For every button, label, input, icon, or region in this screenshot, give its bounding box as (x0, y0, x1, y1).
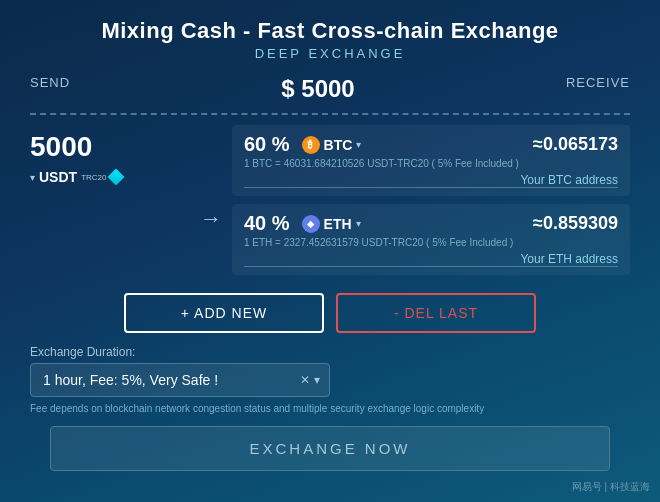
eth-address-label: Your ETH address (244, 252, 618, 266)
eth-amount: ≈0.859309 (533, 213, 618, 234)
watermark: 网易号 | 科技蓝海 (572, 480, 650, 494)
add-new-button[interactable]: + ADD NEW (124, 293, 324, 333)
del-last-button[interactable]: - DEL LAST (336, 293, 536, 333)
dropdown-arrow-send: ▾ (30, 172, 35, 183)
eth-dropdown[interactable]: ▾ (356, 218, 361, 229)
btc-dropdown[interactable]: ▾ (356, 139, 361, 150)
eth-rate: 1 ETH = 2327.452631579 USDT-TRC20 ( 5% F… (244, 237, 618, 248)
exchange-arrow: → (200, 206, 222, 232)
page-subtitle: DEEP EXCHANGE (255, 46, 406, 61)
eth-percentage: 40 % (244, 212, 290, 235)
btc-amount: ≈0.065173 (533, 134, 618, 155)
receive-label: RECEIVE (566, 75, 630, 105)
fee-notice: Fee depends on blockchain network conges… (30, 403, 590, 414)
send-token-diamond (108, 169, 125, 186)
duration-select[interactable]: 1 hour, Fee: 5%, Very Safe ! 30 min, Fee… (30, 363, 330, 397)
exchange-now-button[interactable]: EXCHANGE NOW (50, 426, 610, 471)
send-token-super: TRC20 (81, 173, 106, 182)
btc-coin-name: BTC (324, 137, 353, 153)
receive-item-btc: 60 % ₿ BTC ▾ ≈0.065173 1 BTC = 46031.684… (232, 125, 630, 196)
receive-item-eth: 40 % ◆ ETH ▾ ≈0.859309 1 ETH = 2327.4526… (232, 204, 630, 275)
page-title: Mixing Cash - Fast Cross-chain Exchange (101, 18, 558, 44)
send-label: SEND (30, 75, 70, 105)
eth-icon: ◆ (302, 215, 320, 233)
duration-label: Exchange Duration: (30, 345, 630, 359)
btc-icon: ₿ (302, 136, 320, 154)
send-value: 5000 (30, 131, 92, 163)
send-token-name: USDT (39, 169, 77, 185)
amount-display: $ 5000 (281, 75, 354, 103)
btc-rate: 1 BTC = 46031.684210526 USDT-TRC20 ( 5% … (244, 158, 618, 169)
btc-percentage: 60 % (244, 133, 290, 156)
eth-coin-name: ETH (324, 216, 352, 232)
btc-address-label: Your BTC address (244, 173, 618, 187)
